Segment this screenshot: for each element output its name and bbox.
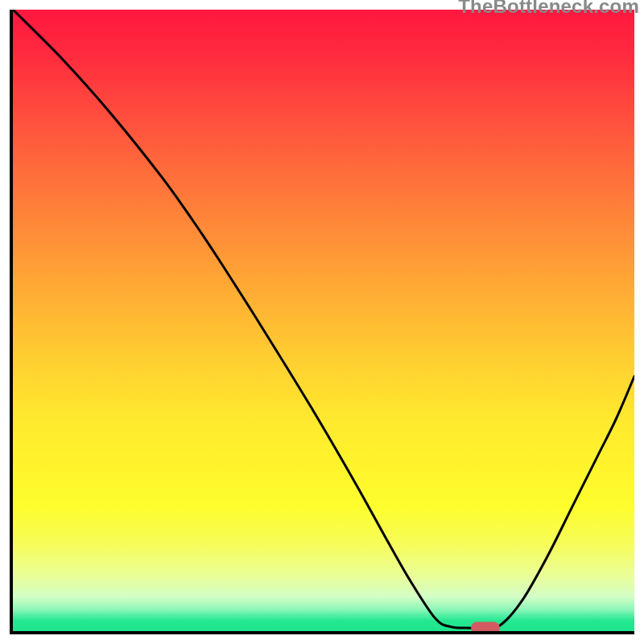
plot-area [10,10,634,634]
watermark-text: TheBottleneck.com [458,0,639,18]
optimal-point-marker [471,622,500,634]
chart-container: TheBottleneck.com [0,0,644,644]
bottleneck-curve [13,10,634,631]
